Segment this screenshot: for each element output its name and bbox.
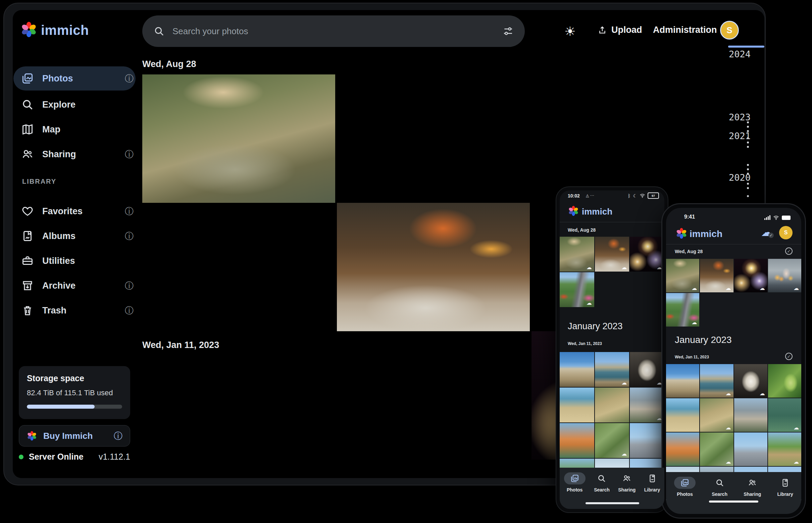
server-online-dot: [19, 455, 23, 459]
nav-sharing[interactable]: Sharing: [618, 472, 636, 492]
info-icon[interactable]: ⓘ: [114, 430, 122, 442]
upload-button[interactable]: Upload: [598, 25, 642, 35]
photo-thumbnail[interactable]: [560, 387, 594, 422]
photo-thumbnail[interactable]: [595, 387, 629, 422]
sidebar-item-albums[interactable]: Albums ⓘ: [13, 225, 136, 247]
timeline-dot: [747, 137, 749, 139]
photo-thumbnail[interactable]: [630, 423, 664, 458]
active-pill: [674, 477, 695, 489]
home-indicator[interactable]: [586, 502, 639, 504]
photo-thumbnail[interactable]: [595, 237, 629, 272]
photo-thumbnail[interactable]: [666, 293, 699, 327]
sidebar-item-trash[interactable]: Trash ⓘ: [13, 300, 136, 321]
sidebar-item-photos[interactable]: Photos ⓘ: [13, 66, 136, 91]
photo-thumbnail[interactable]: [768, 259, 801, 292]
user-avatar[interactable]: S: [720, 21, 739, 39]
info-icon[interactable]: ⓘ: [125, 205, 134, 217]
buy-immich-button[interactable]: Buy Immich ⓘ: [19, 425, 130, 447]
storage-progress-bar: [27, 405, 122, 409]
user-avatar[interactable]: S: [779, 226, 793, 239]
photo-thumbnail[interactable]: [560, 352, 594, 387]
search-icon: [597, 474, 606, 483]
nav-label: Library: [777, 491, 793, 497]
info-icon[interactable]: ⓘ: [125, 305, 134, 317]
timeline-year[interactable]: 2023: [729, 112, 750, 122]
sidebar-item-sharing[interactable]: Sharing ⓘ: [13, 144, 136, 165]
nav-photos[interactable]: Photos: [564, 472, 586, 492]
people-icon: [748, 479, 757, 487]
nav-label: Photos: [677, 491, 693, 497]
photo-thumbnail[interactable]: [666, 432, 699, 466]
photo-thumbnail[interactable]: [630, 352, 664, 387]
photo-thumbnail[interactable]: [734, 259, 767, 292]
photo-thumbnail[interactable]: [768, 432, 801, 466]
nav-library[interactable]: Library: [777, 477, 793, 497]
photo-thumbnail[interactable]: [768, 398, 801, 432]
search-icon: [154, 26, 165, 37]
nav-search[interactable]: Search: [712, 477, 727, 497]
photo-thumbnail[interactable]: [734, 364, 767, 398]
server-status: Server Online: [29, 452, 93, 462]
photo-thumbnail[interactable]: [560, 237, 594, 272]
photo-thumbnail[interactable]: [734, 432, 767, 466]
info-icon[interactable]: ⓘ: [125, 73, 134, 85]
timeline-year[interactable]: 2021: [729, 131, 750, 141]
battery-icon: 97: [647, 193, 659, 199]
sidebar-item-utilities[interactable]: Utilities: [13, 250, 136, 272]
sidebar-item-favorites[interactable]: Favorites ⓘ: [13, 200, 136, 222]
photo-thumbnail[interactable]: [666, 259, 699, 292]
photo-thumbnail[interactable]: [700, 432, 733, 466]
toolbox-icon: [21, 255, 34, 267]
sidebar-item-explore[interactable]: Explore: [13, 94, 136, 115]
photo-thumbnail[interactable]: [700, 364, 733, 398]
sidebar-item-map[interactable]: Map: [13, 119, 136, 140]
photo-thumbnail[interactable]: [560, 272, 594, 307]
photos-icon: [680, 479, 689, 487]
photo-thumbnail[interactable]: [700, 398, 733, 432]
sidebar-item-label: Explore: [42, 100, 136, 110]
nav-photos[interactable]: Photos: [674, 477, 695, 497]
heart-icon: [21, 205, 34, 217]
tune-filter-icon[interactable]: [503, 26, 513, 37]
date-header: Wed, Jan 11, 2023: [142, 340, 219, 350]
photo-thumbnail[interactable]: [700, 259, 733, 292]
administration-link[interactable]: Administration: [653, 25, 717, 35]
sidebar-item-label: Albums: [42, 231, 116, 241]
photo-thumbnail[interactable]: [337, 203, 530, 331]
timeline-year[interactable]: 2024: [729, 49, 750, 59]
photo-thumbnail[interactable]: [595, 423, 629, 458]
search-input[interactable]: [172, 26, 495, 37]
backup-cloud-icon[interactable]: ☁✓: [761, 225, 773, 239]
nav-label: Library: [644, 487, 660, 492]
photo-thumbnail[interactable]: [768, 364, 801, 398]
nav-label: Sharing: [618, 487, 636, 492]
photo-thumbnail[interactable]: [142, 74, 335, 203]
timeline-scrub-indicator[interactable]: [728, 46, 764, 48]
photo-thumbnail[interactable]: [595, 352, 629, 387]
phone1-screen: 10:02 ◬ ⋯ ᛒ ☾ 97 immich Wed, Aug 28 Janu…: [560, 191, 664, 509]
photo-thumbnail[interactable]: [666, 364, 699, 398]
nav-sharing[interactable]: Sharing: [744, 477, 761, 497]
photo-thumbnail[interactable]: [560, 423, 594, 458]
photo-thumbnail[interactable]: [734, 398, 767, 432]
archive-icon: [21, 279, 34, 292]
photo-thumbnail[interactable]: [666, 398, 699, 432]
wifi-icon: [640, 193, 645, 198]
select-all-check-icon[interactable]: ✓: [785, 248, 793, 255]
sidebar-item-archive[interactable]: Archive ⓘ: [13, 275, 136, 296]
photo-thumbnail[interactable]: [630, 387, 664, 422]
theme-toggle-sun-icon[interactable]: ☀: [564, 24, 576, 39]
sidebar-item-label: Photos: [42, 73, 116, 84]
home-indicator[interactable]: [709, 501, 758, 503]
search-bar[interactable]: [142, 15, 525, 47]
photo-thumbnail[interactable]: [630, 237, 664, 272]
select-all-check-icon[interactable]: ✓: [785, 353, 793, 360]
nav-library[interactable]: Library: [644, 472, 660, 492]
nav-label: Search: [594, 487, 610, 492]
info-icon[interactable]: ⓘ: [125, 230, 134, 242]
nav-search[interactable]: Search: [594, 472, 610, 492]
library-section-label: LIBRARY: [22, 178, 56, 185]
info-icon[interactable]: ⓘ: [125, 148, 134, 160]
upload-label: Upload: [611, 25, 642, 35]
info-icon[interactable]: ⓘ: [125, 280, 134, 292]
